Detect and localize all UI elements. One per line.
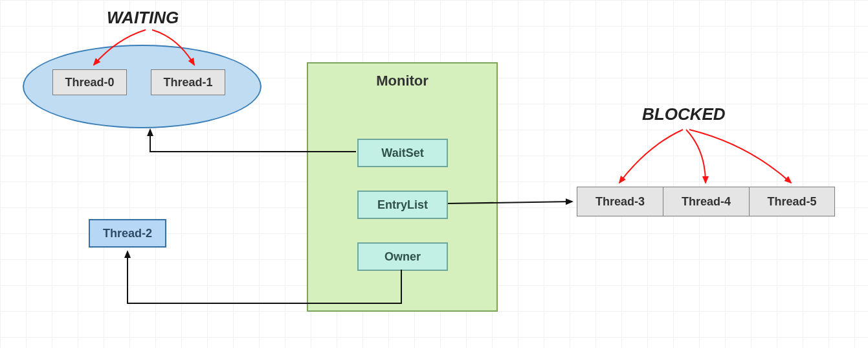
waiting-state-label: WAITING bbox=[107, 8, 179, 28]
monitor-waitset-field: WaitSet bbox=[357, 139, 448, 167]
monitor-owner-field: Owner bbox=[357, 242, 448, 271]
arrow-blocked-to-thread3 bbox=[619, 130, 683, 183]
blocked-thread-1: Thread-4 bbox=[663, 187, 749, 216]
blocked-state-label: BLOCKED bbox=[642, 104, 726, 124]
waiting-thread-0: Thread-0 bbox=[52, 69, 127, 95]
blocked-threads-row: Thread-3 Thread-4 Thread-5 bbox=[577, 187, 835, 216]
blocked-thread-2: Thread-5 bbox=[749, 187, 835, 216]
diagram: { "labels": { "waiting": "WAITING", "blo… bbox=[0, 0, 868, 348]
monitor-box: Monitor WaitSet EntryList Owner bbox=[307, 62, 498, 312]
monitor-entrylist-field: EntryList bbox=[357, 191, 448, 219]
arrow-blocked-to-thread5 bbox=[689, 130, 791, 183]
monitor-title: Monitor bbox=[308, 73, 496, 89]
blocked-thread-0: Thread-3 bbox=[577, 187, 663, 216]
owner-thread: Thread-2 bbox=[89, 219, 166, 248]
waiting-thread-1: Thread-1 bbox=[151, 69, 225, 95]
arrow-blocked-to-thread4 bbox=[686, 130, 706, 183]
